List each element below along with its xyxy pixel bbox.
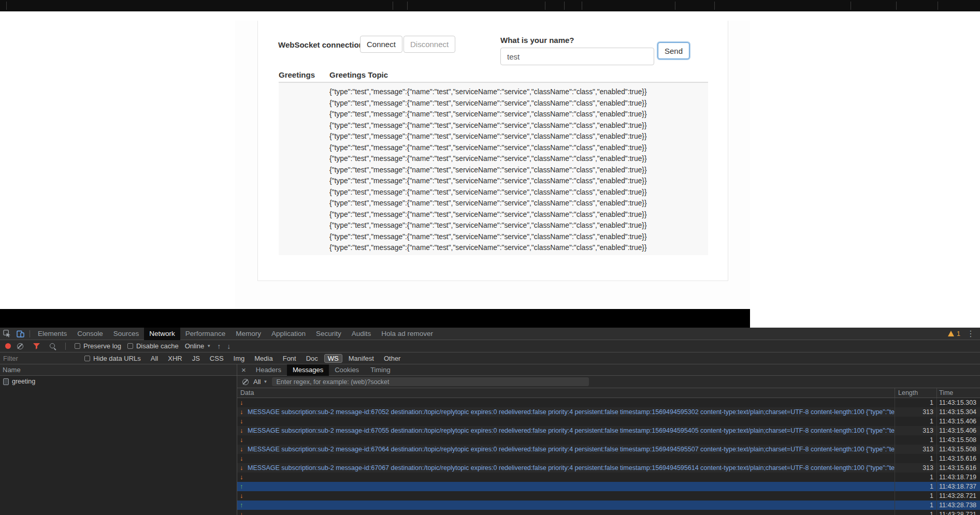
message-row[interactable]: ↑111:43:28.738 <box>237 501 980 510</box>
message-time: 11:43:15.616 <box>936 454 980 463</box>
background-window-strip <box>0 0 980 11</box>
name-column-header[interactable]: Name <box>0 364 237 376</box>
greeting-row: {"type":"test","message":{"name":"test",… <box>279 242 708 254</box>
greeting-row: {"type":"test","message":{"name":"test",… <box>279 142 708 154</box>
tab-hola-ad-remover[interactable]: Hola ad remover <box>376 328 438 340</box>
message-row[interactable]: ↓111:43:28.721 <box>237 510 980 515</box>
browser-viewport: WebSocket connection: Connect Disconnect… <box>235 21 750 309</box>
warning-indicator[interactable]: 1 <box>948 330 960 337</box>
detail-tab-messages[interactable]: Messages <box>287 364 329 376</box>
tab-application[interactable]: Application <box>266 328 311 340</box>
message-length: 313 <box>895 445 936 454</box>
message-row[interactable]: ↓111:43:28.721 <box>237 491 980 501</box>
data-column-header[interactable]: Data <box>237 388 895 398</box>
tab-audits[interactable]: Audits <box>347 328 377 340</box>
message-row[interactable]: ↓111:43:15.406 <box>237 417 980 426</box>
greetings-column-header: Greetings <box>279 70 315 79</box>
filter-type-xhr[interactable]: XHR <box>164 354 185 363</box>
greeting-row: {"type":"test","message":{"name":"test",… <box>279 98 708 109</box>
detail-tab-timing[interactable]: Timing <box>365 364 396 376</box>
message-time: 11:43:28.721 <box>936 510 980 515</box>
message-row[interactable]: ↓MESSAGE subscription:sub-2 message-id:6… <box>237 445 980 454</box>
filter-type-ws[interactable]: WS <box>324 354 342 363</box>
regex-filter-input[interactable] <box>272 377 589 386</box>
message-row[interactable]: ↓111:43:15.303 <box>237 398 980 407</box>
message-length: 313 <box>895 407 936 417</box>
detail-tab-list: HeadersMessagesCookiesTiming <box>250 364 396 375</box>
message-row[interactable]: ↓MESSAGE subscription:sub-2 message-id:6… <box>237 463 980 473</box>
send-button[interactable]: Send <box>658 42 689 59</box>
tab-sources[interactable]: Sources <box>108 328 145 340</box>
message-data-cell: ↓ <box>237 491 895 501</box>
received-arrow-icon: ↓ <box>240 418 245 425</box>
search-icon[interactable] <box>49 343 56 350</box>
message-row[interactable]: ↓111:43:15.508 <box>237 435 980 445</box>
close-icon[interactable]: × <box>237 365 250 374</box>
record-button[interactable] <box>5 343 11 349</box>
chevron-down-icon: ▼ <box>263 379 267 384</box>
filter-type-manifest[interactable]: Manifest <box>345 354 378 363</box>
disconnect-button[interactable]: Disconnect <box>403 36 455 53</box>
detail-tab-cookies[interactable]: Cookies <box>329 364 365 376</box>
message-filter-select[interactable]: All ▼ <box>253 378 267 386</box>
tab-elements[interactable]: Elements <box>33 328 72 340</box>
length-column-header[interactable]: Length <box>895 388 936 398</box>
connect-button[interactable]: Connect <box>360 36 402 53</box>
request-row-greeting[interactable]: greeting <box>0 376 237 387</box>
inspect-element-icon[interactable] <box>2 329 12 339</box>
message-data-cell: ↓ <box>237 454 895 463</box>
devtools-menu-icon[interactable]: ⋮ <box>967 329 975 339</box>
message-row[interactable]: ↑111:43:18.737 <box>237 482 980 491</box>
messages-toolbar: All ▼ <box>237 376 980 388</box>
message-length: 1 <box>895 482 936 491</box>
message-data-cell: ↓MESSAGE subscription:sub-2 message-id:6… <box>237 426 895 435</box>
clear-network-log-icon[interactable] <box>17 343 23 349</box>
name-input[interactable] <box>500 48 654 65</box>
import-har-icon[interactable]: ↑ <box>217 342 221 350</box>
tab-security[interactable]: Security <box>311 328 347 340</box>
message-length: 313 <box>895 426 936 435</box>
filter-type-all[interactable]: All <box>147 354 162 363</box>
preserve-log-checkbox[interactable]: Preserve log <box>75 342 121 350</box>
message-time: 11:43:18.719 <box>936 473 980 482</box>
chevron-down-icon: ▼ <box>207 344 211 348</box>
filter-type-js[interactable]: JS <box>189 354 204 363</box>
message-row[interactable]: ↓111:43:15.616 <box>237 454 980 463</box>
clear-messages-icon[interactable] <box>242 379 249 385</box>
message-data-cell: ↓MESSAGE subscription:sub-2 message-id:6… <box>237 407 895 417</box>
received-arrow-icon: ↓ <box>240 511 245 515</box>
window-divider-tick <box>564 2 565 10</box>
message-row[interactable]: ↓MESSAGE subscription:sub-2 message-id:6… <box>237 426 980 435</box>
warning-count: 1 <box>957 330 960 337</box>
export-har-icon[interactable]: ↓ <box>227 342 230 350</box>
disable-cache-checkbox[interactable]: Disable cache <box>127 342 179 350</box>
tab-console[interactable]: Console <box>72 328 108 340</box>
received-arrow-icon: ↓ <box>240 492 245 499</box>
tab-performance[interactable]: Performance <box>180 328 230 340</box>
message-length: 1 <box>895 398 936 407</box>
message-row[interactable]: ↓MESSAGE subscription:sub-2 message-id:6… <box>237 407 980 417</box>
websocket-connection-label: WebSocket connection: <box>278 40 366 49</box>
filter-type-font[interactable]: Font <box>279 354 300 363</box>
tab-network[interactable]: Network <box>144 328 180 340</box>
message-data-cell: ↓MESSAGE subscription:sub-2 message-id:6… <box>237 463 895 473</box>
filter-type-doc[interactable]: Doc <box>302 354 322 363</box>
message-row[interactable]: ↓111:43:18.719 <box>237 473 980 482</box>
detail-tab-headers[interactable]: Headers <box>250 364 287 376</box>
tab-memory[interactable]: Memory <box>230 328 266 340</box>
filter-type-other[interactable]: Other <box>380 354 405 363</box>
filter-type-media[interactable]: Media <box>251 354 276 363</box>
filter-type-img[interactable]: Img <box>230 354 249 363</box>
disable-cache-label: Disable cache <box>136 342 179 350</box>
received-arrow-icon: ↓ <box>240 446 245 453</box>
device-toolbar-icon[interactable] <box>15 329 25 339</box>
filter-funnel-icon[interactable] <box>31 342 41 351</box>
time-column-header[interactable]: Time <box>936 388 980 398</box>
network-filter-input[interactable] <box>3 355 78 362</box>
received-arrow-icon: ↓ <box>240 464 245 472</box>
message-length: 1 <box>895 491 936 501</box>
throttling-select[interactable]: Online ▼ <box>185 342 211 350</box>
warning-triangle-icon <box>948 331 954 336</box>
filter-type-css[interactable]: CSS <box>206 354 227 363</box>
hide-data-urls-checkbox[interactable]: Hide data URLs <box>84 355 141 362</box>
